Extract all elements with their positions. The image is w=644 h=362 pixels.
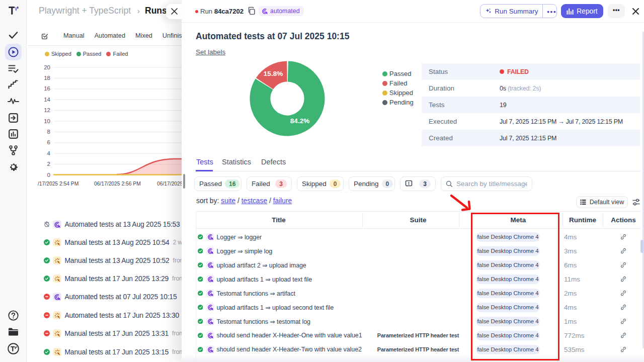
svg-text:12: 12 [44,107,50,113]
svg-text:20: 20 [44,64,50,70]
svg-text:84.2%: 84.2% [290,117,309,125]
svg-text:14: 14 [44,97,50,103]
svg-text:2: 2 [47,161,50,167]
svg-text:16: 16 [44,85,50,92]
svg-text:6: 6 [47,139,50,145]
svg-text:10: 10 [44,118,50,124]
svg-text:18: 18 [44,75,50,81]
svg-text:8: 8 [47,129,50,135]
svg-text:4: 4 [47,150,51,156]
svg-text:0: 0 [47,172,50,178]
svg-text:15.8%: 15.8% [264,70,283,77]
